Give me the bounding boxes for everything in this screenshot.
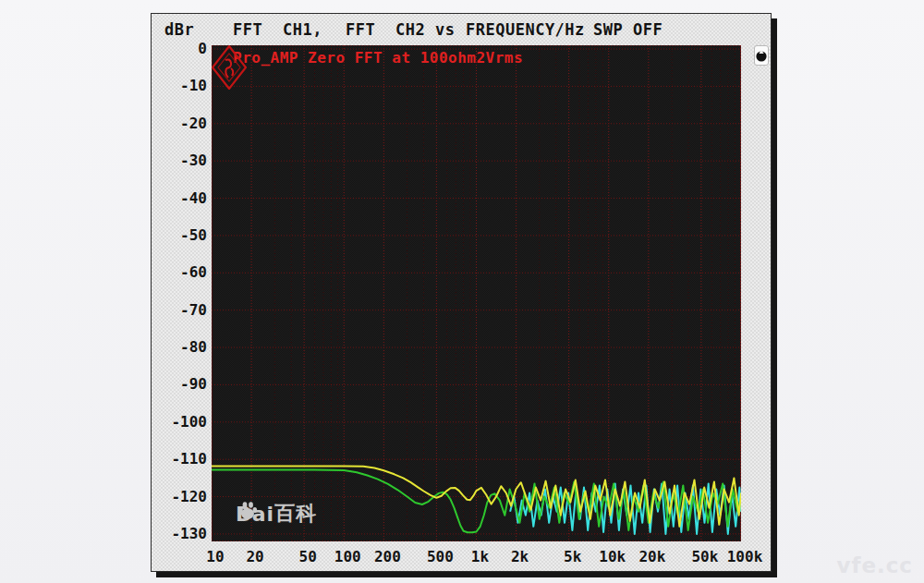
analyzer-screenshot-panel: dBr FFTCH1,FFTCH2 vsFREQUENCY/HzSWP OFF … bbox=[151, 13, 772, 572]
header-item-1: CH1, bbox=[283, 20, 322, 39]
y-tick-label: -100 bbox=[153, 413, 207, 431]
x-tick-label: 1k bbox=[471, 548, 489, 565]
x-tick-label: 20 bbox=[246, 548, 263, 565]
x-tick-label: 50k bbox=[691, 548, 718, 565]
y-tick-label: -60 bbox=[153, 263, 207, 281]
x-tick-label: 100k bbox=[727, 548, 763, 565]
grid-and-traces-canvas bbox=[212, 45, 741, 541]
sphere-marker-icon bbox=[754, 45, 769, 66]
x-tick-label: 50 bbox=[298, 548, 316, 565]
x-tick-label: 2k bbox=[511, 548, 529, 565]
y-tick-label: 0 bbox=[153, 40, 207, 57]
x-tick-label: 100 bbox=[334, 548, 361, 565]
y-tick-label: -50 bbox=[153, 226, 207, 244]
y-tick-label: -30 bbox=[153, 152, 207, 169]
page: dBr FFTCH1,FFTCH2 vsFREQUENCY/HzSWP OFF … bbox=[0, 0, 924, 583]
y-tick-label: -20 bbox=[153, 115, 207, 132]
x-tick-label: 5k bbox=[564, 548, 581, 565]
x-tick-label: 10 bbox=[206, 548, 224, 565]
baidu-watermark-suffix: 百科 bbox=[274, 500, 317, 528]
y-tick-label: -90 bbox=[153, 375, 207, 393]
header-item-4: FREQUENCY/Hz bbox=[466, 20, 585, 39]
y-tick-label: -130 bbox=[153, 525, 207, 542]
header-item-2: FFT bbox=[346, 20, 375, 39]
header-item-5: SWP OFF bbox=[593, 20, 663, 39]
y-tick-label: -110 bbox=[153, 450, 207, 468]
y-tick-label: -70 bbox=[153, 301, 207, 319]
x-tick-label: 20k bbox=[638, 548, 665, 565]
y-tick-label: -120 bbox=[153, 488, 207, 505]
baidu-baike-watermark: Bai 百科 bbox=[236, 500, 317, 528]
x-tick-label: 10k bbox=[599, 548, 626, 565]
y-tick-label: -10 bbox=[153, 77, 207, 94]
y-tick-label: -80 bbox=[153, 338, 207, 356]
y-tick-label: -40 bbox=[153, 189, 207, 207]
header-item-3: CH2 vs bbox=[395, 20, 455, 39]
header-item-0: FFT bbox=[233, 20, 262, 39]
fft-plot-area: Pro_AMP Zero FFT at 100ohm2Vrms Bai 百科 bbox=[212, 45, 741, 541]
baidu-paw-icon bbox=[237, 500, 259, 522]
plot-title: Pro_AMP Zero FFT at 100ohm2Vrms bbox=[233, 49, 523, 67]
x-tick-label: 200 bbox=[374, 548, 401, 565]
x-tick-label: 500 bbox=[427, 548, 454, 565]
red-diamond-logo-icon bbox=[212, 45, 247, 90]
site-watermark: vfe.cc bbox=[836, 553, 913, 577]
y-unit-label: dBr bbox=[164, 20, 194, 39]
